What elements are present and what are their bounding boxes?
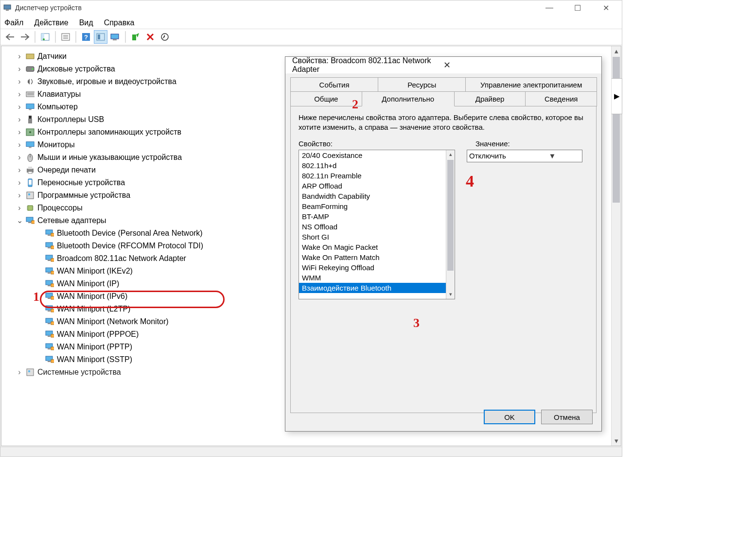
maximize-button[interactable]: ☐: [570, 3, 585, 13]
scan-changes-button[interactable]: [158, 30, 172, 44]
properties-dialog: Свойства: Broadcom 802.11ac Network Adap…: [285, 56, 602, 432]
properties-button[interactable]: [59, 30, 72, 44]
expand-icon[interactable]: [16, 66, 23, 72]
tab-general[interactable]: Общие: [290, 92, 362, 106]
help-button[interactable]: ?: [79, 30, 93, 44]
expand-icon[interactable]: [16, 129, 23, 136]
expand-icon[interactable]: [16, 78, 23, 85]
property-label: Свойство:: [299, 139, 464, 148]
expand-icon[interactable]: [16, 205, 23, 211]
listbox-scroll-thumb[interactable]: [447, 160, 454, 271]
combobox-dropdown-icon[interactable]: ▼: [525, 152, 580, 160]
statusbar: [0, 447, 622, 456]
tab-driver[interactable]: Драйвер: [454, 92, 526, 106]
value-combobox[interactable]: Отключить ▼: [467, 150, 582, 162]
property-item[interactable]: WiFi Rekeying Offload: [299, 262, 455, 273]
menu-view[interactable]: Вид: [79, 18, 93, 27]
property-item[interactable]: 802.11n Preamble: [299, 171, 455, 181]
property-item[interactable]: ARP Offload: [299, 181, 455, 191]
expand-icon[interactable]: [16, 91, 23, 98]
expand-icon[interactable]: [16, 154, 23, 161]
svg-rect-40: [28, 206, 33, 210]
category-label: Звуковые, игровые и видеоустройства: [37, 77, 176, 86]
property-item[interactable]: BeamForming: [299, 201, 455, 211]
expand-icon[interactable]: [16, 179, 23, 186]
expand-icon[interactable]: [16, 53, 23, 60]
category-icon: [26, 128, 35, 137]
property-item[interactable]: 802.11h+d: [299, 160, 455, 171]
svg-rect-47: [32, 221, 35, 224]
property-item[interactable]: Bandwidth Capability: [299, 191, 455, 201]
tab-power[interactable]: Управление электропитанием: [465, 77, 597, 92]
overflow-forward-button[interactable]: ▶: [612, 78, 622, 114]
property-item[interactable]: WMM: [299, 273, 455, 283]
device-label: WAN Miniport (L2TP): [57, 305, 130, 313]
svg-rect-59: [51, 271, 54, 274]
svg-rect-73: [48, 336, 51, 337]
expand-icon[interactable]: [16, 141, 23, 148]
show-hide-tree-button[interactable]: [38, 30, 52, 44]
device-icon: [45, 279, 54, 288]
scan-hardware-button[interactable]: [94, 30, 107, 44]
tab-events[interactable]: События: [290, 77, 378, 92]
menu-help[interactable]: Справка: [104, 18, 135, 27]
tab-resources[interactable]: Ресурсы: [378, 77, 466, 92]
property-item[interactable]: Wake On Pattern Match: [299, 252, 455, 262]
enable-device-button[interactable]: [129, 30, 142, 44]
minimize-button[interactable]: —: [542, 3, 557, 13]
device-icon: [45, 229, 54, 238]
cancel-button[interactable]: Отмена: [541, 410, 593, 424]
forward-button[interactable]: [18, 30, 32, 44]
category-label: Датчики: [37, 52, 67, 61]
property-item[interactable]: 20/40 Coexistance: [299, 150, 455, 160]
tab-advanced[interactable]: Дополнительно: [362, 92, 455, 106]
svg-rect-79: [48, 361, 51, 362]
svg-rect-52: [48, 247, 51, 248]
tab-row-2: Общие Дополнительно Драйвер Сведения: [290, 92, 597, 106]
menu-file[interactable]: Файл: [4, 18, 23, 27]
svg-rect-25: [29, 116, 32, 119]
property-item[interactable]: Взаимодействие Bluetooth: [299, 283, 455, 293]
menu-action[interactable]: Действие: [34, 18, 68, 27]
category-label: Клавиатуры: [37, 90, 81, 99]
svg-rect-76: [48, 348, 51, 349]
category-icon: [26, 166, 35, 174]
expand-icon[interactable]: [16, 217, 23, 224]
expand-icon[interactable]: [16, 167, 23, 173]
device-icon: [45, 242, 54, 250]
expand-icon[interactable]: [16, 369, 23, 376]
property-item[interactable]: NS Offload: [299, 222, 455, 232]
device-label: WAN Miniport (IP): [57, 279, 119, 288]
svg-rect-82: [28, 370, 30, 372]
uninstall-device-button[interactable]: [143, 30, 157, 44]
value-label: Значение:: [464, 139, 588, 148]
app-icon: [3, 4, 11, 12]
tab-details[interactable]: Сведения: [525, 92, 597, 106]
update-driver-button[interactable]: [108, 30, 122, 44]
expand-icon[interactable]: [16, 192, 23, 199]
device-icon: [45, 330, 54, 339]
listbox-scroll-up[interactable]: ▴: [446, 150, 455, 159]
svg-text:?: ?: [84, 34, 88, 41]
category-icon: [26, 65, 35, 73]
listbox-scroll-down[interactable]: ▾: [446, 290, 455, 299]
device-icon: [45, 254, 54, 263]
scroll-down-button[interactable]: ▾: [612, 436, 621, 446]
tab-page-advanced: Ниже перечислены свойства этого адаптера…: [290, 106, 597, 413]
scroll-up-button[interactable]: ▴: [612, 46, 621, 56]
back-button[interactable]: [3, 30, 17, 44]
property-listbox[interactable]: 20/40 Coexistance802.11h+d802.11n Preamb…: [299, 150, 455, 299]
ok-button[interactable]: OK: [484, 410, 535, 424]
category-label: Компьютер: [37, 103, 78, 111]
property-item[interactable]: Short GI: [299, 232, 455, 242]
expand-icon[interactable]: [16, 116, 23, 123]
svg-rect-53: [51, 246, 54, 249]
close-button[interactable]: ✕: [598, 3, 613, 13]
listbox-scrollbar[interactable]: ▴ ▾: [446, 150, 455, 299]
property-item[interactable]: Wake On Magic Packet: [299, 242, 455, 252]
expand-icon[interactable]: [16, 104, 23, 110]
dialog-close-button[interactable]: ✕: [443, 60, 595, 70]
svg-rect-49: [48, 235, 51, 236]
value-selected: Отключить: [469, 152, 525, 160]
property-item[interactable]: BT-AMP: [299, 211, 455, 222]
